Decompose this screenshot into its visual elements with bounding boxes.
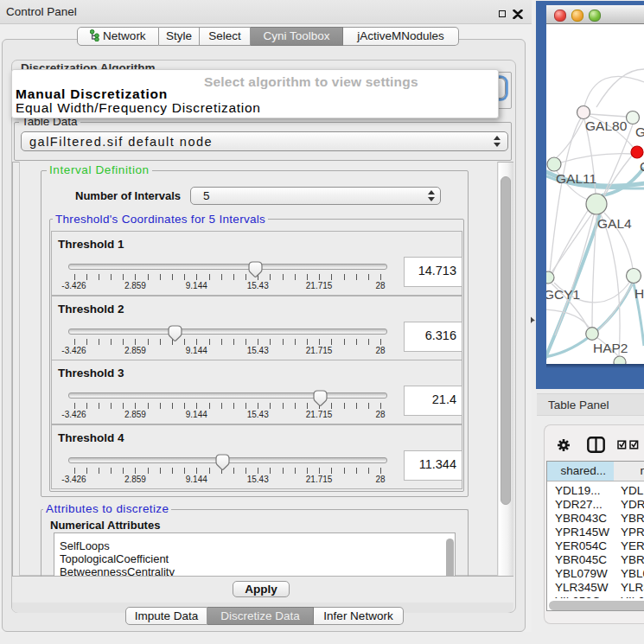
svg-text:H: H bbox=[634, 286, 644, 301]
svg-text:GAL4: GAL4 bbox=[597, 216, 632, 231]
svg-text:GAL11: GAL11 bbox=[556, 171, 596, 186]
svg-text:HAP2: HAP2 bbox=[593, 341, 628, 355]
svg-text:G: G bbox=[640, 159, 644, 174]
svg-text:GAL80: GAL80 bbox=[585, 118, 628, 133]
svg-text:GCY1: GCY1 bbox=[546, 287, 580, 302]
svg-text:GA: GA bbox=[635, 124, 644, 139]
